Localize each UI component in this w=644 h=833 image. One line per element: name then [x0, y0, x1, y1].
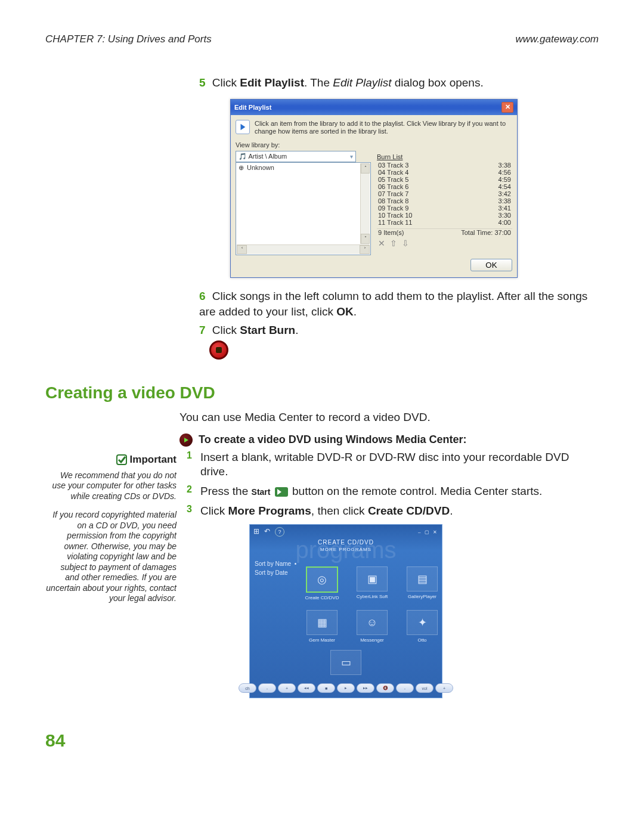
step-number: 2 [184, 484, 192, 499]
mc-tile[interactable]: ▣CyberLink Soft [353, 566, 391, 600]
mc-tile-icon: ◎ [306, 566, 338, 593]
mc-tile[interactable]: ✦Otto [403, 610, 441, 643]
mc-tile-extra[interactable]: ▭ [330, 650, 361, 677]
mc-control-button[interactable]: ▸▸ [357, 683, 374, 693]
svg-marker-1 [184, 438, 188, 442]
dvd-step-2: Press the Start button on the remote con… [200, 484, 599, 499]
mc-tile[interactable]: ◎Create CD/DVD [303, 566, 341, 600]
scroll-down-button[interactable]: ˅ [361, 234, 370, 244]
mc-tile[interactable]: ▦Gem Master [303, 610, 341, 643]
track-row[interactable]: 10 Track 103:30 [377, 212, 512, 219]
mc-tile-icon: ▭ [330, 650, 361, 675]
step-number: 5 [199, 76, 206, 89]
mc-tile-label: GalleryPlayer [403, 594, 441, 599]
mc-control-button[interactable]: - [258, 683, 276, 693]
track-row[interactable]: 09 Track 93:41 [377, 205, 512, 212]
mc-help-icon[interactable]: ? [275, 527, 284, 537]
chevron-down-icon: ▾ [350, 153, 353, 160]
track-row[interactable]: 04 Track 44:56 [377, 169, 512, 176]
subhead: To create a video DVD using Windows Medi… [199, 433, 467, 446]
scrollbar-vertical[interactable]: ˄ ˅ [360, 163, 370, 244]
mc-tile[interactable]: ▤GalleryPlayer [403, 566, 441, 600]
important-sidebar: Important We recommend that you do not u… [45, 450, 177, 604]
mc-tile-icon: ✦ [407, 610, 438, 635]
window-controls[interactable]: – ▢ ✕ [418, 529, 438, 535]
scrollbar-horizontal[interactable]: ˂ ˃ [237, 244, 370, 254]
start-burn-icon [209, 340, 228, 360]
mc-tile-icon: ☺ [357, 610, 388, 635]
media-center-screenshot: ⊞ ↶ ? – ▢ ✕ programs CREATE CD/DVD MORE … [249, 524, 442, 698]
mc-tile-label: CyberLink Soft [353, 594, 391, 599]
svg-rect-2 [117, 455, 126, 465]
mc-control-button[interactable]: vol [416, 683, 434, 693]
step-7: 7 Click Start Burn. [199, 323, 599, 338]
mc-subtitle: MORE PROGRAMS [250, 547, 442, 552]
mc-control-button[interactable]: ■ [317, 683, 335, 693]
track-row[interactable]: 06 Track 64:54 [377, 183, 512, 190]
play-bullet-icon [179, 433, 193, 447]
dvd-step-1: Insert a blank, writable DVD-R or DVD-RW… [200, 450, 599, 479]
mc-control-button[interactable]: ▸ [337, 683, 355, 693]
dialog-title: Edit Playlist [234, 104, 271, 111]
item-count: 9 Item(s) [378, 229, 404, 236]
burn-list[interactable]: 03 Track 33:3804 Track 44:5605 Track 54:… [377, 162, 512, 226]
mc-tile-label: Create CD/DVD [303, 595, 341, 600]
section-intro: You can use Media Center to record a vid… [179, 410, 599, 425]
start-button-icon [275, 487, 288, 497]
mc-tile[interactable]: ☺Messenger [353, 610, 391, 643]
step-number: 7 [199, 324, 206, 336]
close-button[interactable]: ✕ [501, 102, 513, 113]
mc-control-button[interactable]: - [396, 683, 414, 693]
mc-logo-icon: ⊞ [253, 527, 259, 537]
view-library-label: View library by: [236, 141, 512, 148]
move-up-icon[interactable]: ⇧ [390, 239, 397, 248]
mc-tile-icon: ▦ [306, 610, 338, 635]
step-5: 5 Click Edit Playlist. The Edit Playlist… [199, 75, 599, 91]
section-heading: Creating a video DVD [45, 383, 599, 402]
edit-playlist-dialog: Edit Playlist ✕ Click an item from the l… [230, 99, 518, 278]
move-down-icon[interactable]: ⇩ [402, 239, 409, 248]
dvd-step-3: Click More Programs, then click Create C… [200, 504, 599, 519]
library-list[interactable]: ⊕ Unknown ˄ ˅ ˂ ˃ [236, 162, 371, 255]
step-6: 6 Click songs in the left column to add … [199, 289, 599, 319]
site-url: www.gateway.com [515, 33, 599, 45]
mc-back-icon[interactable]: ↶ [264, 527, 270, 537]
ok-button[interactable]: OK [470, 259, 512, 271]
info-icon [236, 120, 250, 134]
remove-icon[interactable]: ✕ [378, 239, 385, 248]
mc-tile-label: Gem Master [303, 637, 341, 643]
track-row[interactable]: 05 Track 54:59 [377, 176, 512, 183]
mc-tile-icon: ▤ [407, 566, 438, 592]
dialog-hint: Click an item from the library to add it… [255, 120, 512, 135]
track-row[interactable]: 07 Track 73:42 [377, 190, 512, 197]
important-label: Important [130, 454, 177, 466]
view-library-combo[interactable]: 🎵 Artist \ Album ▾ [236, 151, 356, 162]
mc-control-button[interactable]: 🔇 [376, 683, 394, 693]
step-number: 3 [184, 504, 192, 519]
mc-control-button[interactable]: ch [239, 683, 256, 693]
mc-control-button[interactable]: + [278, 683, 296, 693]
mc-control-button[interactable]: + [435, 683, 453, 693]
track-row[interactable]: 08 Track 83:38 [377, 197, 512, 205]
mc-control-button[interactable]: ◂◂ [298, 683, 315, 693]
page-number: 84 [45, 730, 599, 751]
library-item[interactable]: Unknown [247, 164, 274, 171]
checkmark-icon [116, 454, 128, 466]
important-text-1: We recommend that you do not use your co… [45, 470, 177, 502]
scroll-right-button[interactable]: ˃ [360, 245, 370, 254]
burn-list-header: Burn List [377, 153, 512, 160]
step-number: 1 [184, 450, 192, 479]
scroll-up-button[interactable]: ˄ [361, 163, 370, 174]
mc-tile-icon: ▣ [357, 566, 388, 592]
svg-marker-0 [241, 123, 246, 130]
scroll-left-button[interactable]: ˂ [237, 245, 247, 254]
important-text-2: If you record copyrighted material on a … [45, 510, 177, 604]
total-time: Total Time: 37:00 [461, 229, 511, 236]
mc-tile-label: Otto [403, 637, 441, 643]
mc-title: CREATE CD/DVD [250, 539, 442, 546]
chapter-label: CHAPTER 7: Using Drives and Ports [45, 33, 212, 45]
step-number: 6 [199, 290, 206, 302]
mc-tile-label: Messenger [353, 637, 391, 643]
track-row[interactable]: 11 Track 114:00 [377, 219, 512, 226]
track-row[interactable]: 03 Track 33:38 [377, 162, 512, 169]
